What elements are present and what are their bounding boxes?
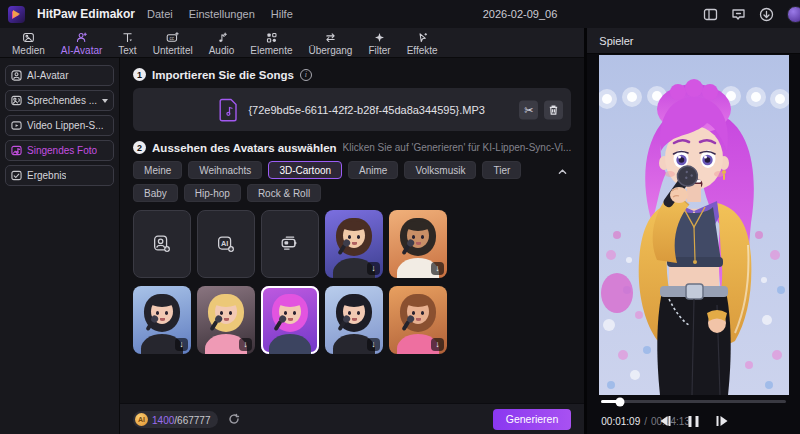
feedback-icon[interactable] xyxy=(731,7,746,22)
sidebar-item-singendes-foto[interactable]: Singendes Foto xyxy=(5,140,114,161)
step-forward-icon xyxy=(717,416,719,426)
toolbar: Medien AI-Avatar Text cc Untertitel Audi… xyxy=(0,28,584,58)
avatar-fringe xyxy=(342,221,366,231)
player-progress-track[interactable] xyxy=(601,400,786,403)
avatar-thumbnail-curly-white-dress[interactable]: ↓ xyxy=(389,210,447,278)
chip-anime[interactable]: Anime xyxy=(348,161,398,179)
left-region: Medien AI-Avatar Text cc Untertitel Audi… xyxy=(0,28,587,434)
chip-baby[interactable]: Baby xyxy=(133,184,178,202)
text-icon xyxy=(121,31,134,44)
sidebar-item-ergebnis[interactable]: Ergebnis xyxy=(5,165,114,186)
trim-button[interactable]: ✂ xyxy=(519,100,538,119)
avatar-thumbnail-boy-city[interactable]: ↓ xyxy=(325,210,383,278)
effects-icon xyxy=(416,31,429,44)
player-slider[interactable] xyxy=(587,395,800,408)
tab-uebergang[interactable]: Übergang xyxy=(301,28,361,57)
avatar-fringe xyxy=(214,297,238,307)
result-folder-icon xyxy=(11,170,22,181)
step1-number-badge: 1 xyxy=(133,68,146,81)
credits-pill: AI 1400/667777 xyxy=(133,411,218,428)
tab-audio[interactable]: Audio xyxy=(201,28,243,57)
credits-used: 1400 xyxy=(152,415,174,426)
pause-icon xyxy=(689,416,692,427)
chip-3d-cartoon[interactable]: 3D-Cartoon xyxy=(268,161,342,179)
avatar-thumbnail-pink-ponytail-selected[interactable] xyxy=(261,286,319,354)
svg-text:AI: AI xyxy=(221,239,228,248)
chip-rock-roll[interactable]: Rock & Roll xyxy=(247,184,321,202)
download-badge-icon: ↓ xyxy=(239,338,252,351)
next-frame-button[interactable] xyxy=(717,415,728,427)
refresh-icon xyxy=(228,413,240,425)
tab-text[interactable]: Text xyxy=(110,28,144,57)
media-icon xyxy=(22,31,35,44)
menubar: Datei Einstellungen Hilfe xyxy=(147,8,293,20)
player-progress-handle[interactable] xyxy=(615,397,624,406)
tab-effekte[interactable]: Effekte xyxy=(399,28,446,57)
time-separator: / xyxy=(644,416,647,427)
avatar-thumbnail-long-black-hair[interactable]: ↓ xyxy=(325,286,383,354)
chip-volksmusik[interactable]: Volksmusik xyxy=(404,161,476,179)
ai-avatar-icon xyxy=(75,31,88,44)
download-icon[interactable] xyxy=(759,7,774,22)
import-card-icon xyxy=(279,233,301,255)
tab-medien[interactable]: Medien xyxy=(4,28,53,57)
song-filename: {72e9bd5e-6611-42f2-b28f-45da8a344595}.M… xyxy=(248,104,485,116)
refresh-credits-button[interactable] xyxy=(227,412,241,426)
step2-number-badge: 2 xyxy=(133,141,146,154)
panel-scroll: 1 Importieren Sie die Songs i {72e9bd5e-… xyxy=(120,58,584,403)
layout-icon[interactable] xyxy=(703,7,718,22)
sidebar-item-video-lippen[interactable]: Video Lippen-S... xyxy=(5,115,114,136)
chip-weihnachts[interactable]: Weihnachts xyxy=(188,161,262,179)
transition-icon xyxy=(324,31,337,44)
user-avatar[interactable] xyxy=(787,6,800,23)
song-file-card[interactable]: {72e9bd5e-6611-42f2-b28f-45da8a344595}.M… xyxy=(133,88,571,131)
content: Medien AI-Avatar Text cc Untertitel Audi… xyxy=(0,28,800,434)
talking-photo-icon xyxy=(11,95,22,106)
chip-tier[interactable]: Tier xyxy=(482,161,521,179)
player-title: Spieler xyxy=(599,35,633,47)
menu-einstellungen[interactable]: Einstellungen xyxy=(189,8,255,20)
avatar-body xyxy=(269,334,311,354)
tab-elemente[interactable]: Elemente xyxy=(242,28,300,57)
workspace: AI-Avatar Sprechendes ... Video Lippen-S… xyxy=(0,58,584,434)
previous-frame-button[interactable] xyxy=(660,415,671,427)
import-avatar-button[interactable] xyxy=(261,210,319,278)
category-chips: Meine Weihnachts 3D-Cartoon Anime Volksm… xyxy=(133,161,571,202)
player-header: Spieler xyxy=(587,28,800,54)
player-panel: Spieler xyxy=(587,28,800,434)
chip-hip-hop[interactable]: Hip-hop xyxy=(184,184,241,202)
ai-plus-icon: AI xyxy=(215,233,237,255)
avatar-thumbnail-curly-pink-dress[interactable]: ↓ xyxy=(389,286,447,354)
step1-header: 1 Importieren Sie die Songs i xyxy=(133,68,571,81)
menu-datei[interactable]: Datei xyxy=(147,8,173,20)
transport-controls xyxy=(660,415,727,427)
video-preview-area[interactable] xyxy=(587,54,800,395)
ai-generate-avatar-button[interactable]: AI xyxy=(197,210,255,278)
music-file-icon xyxy=(219,98,239,122)
tab-untertitel[interactable]: cc Untertitel xyxy=(145,28,201,57)
sidebar-item-sprechendes[interactable]: Sprechendes ... xyxy=(5,90,114,111)
sidebar-item-ai-avatar[interactable]: AI-Avatar xyxy=(5,65,114,86)
filter-icon xyxy=(373,31,386,44)
delete-button[interactable] xyxy=(544,100,563,119)
download-badge-icon: ↓ xyxy=(175,338,188,351)
video-frame-singing-girl xyxy=(599,55,789,395)
singing-photo-icon xyxy=(11,145,22,156)
menu-hilfe[interactable]: Hilfe xyxy=(271,8,293,20)
info-icon[interactable]: i xyxy=(300,69,312,81)
pause-button[interactable] xyxy=(689,415,699,427)
chip-meine[interactable]: Meine xyxy=(133,161,182,179)
tab-filter[interactable]: Filter xyxy=(360,28,398,57)
person-card-icon xyxy=(11,70,22,81)
step2-header: 2 Aussehen des Avatars auswählen Klicken… xyxy=(133,141,571,154)
subtitles-icon: cc xyxy=(166,31,179,44)
generate-button[interactable]: Generieren xyxy=(493,409,572,430)
download-badge-icon: ↓ xyxy=(431,262,444,275)
avatar-thumbnail-blonde-pink[interactable]: ↓ xyxy=(197,286,255,354)
avatar-thumbnail-black-bun[interactable]: ↓ xyxy=(133,286,191,354)
avatar-fringe xyxy=(406,221,430,231)
collapse-categories-button[interactable] xyxy=(553,163,571,179)
add-avatar-button[interactable] xyxy=(133,210,191,278)
tab-ai-avatar[interactable]: AI-Avatar xyxy=(53,28,111,57)
current-time: 00:01:09 xyxy=(601,416,640,427)
